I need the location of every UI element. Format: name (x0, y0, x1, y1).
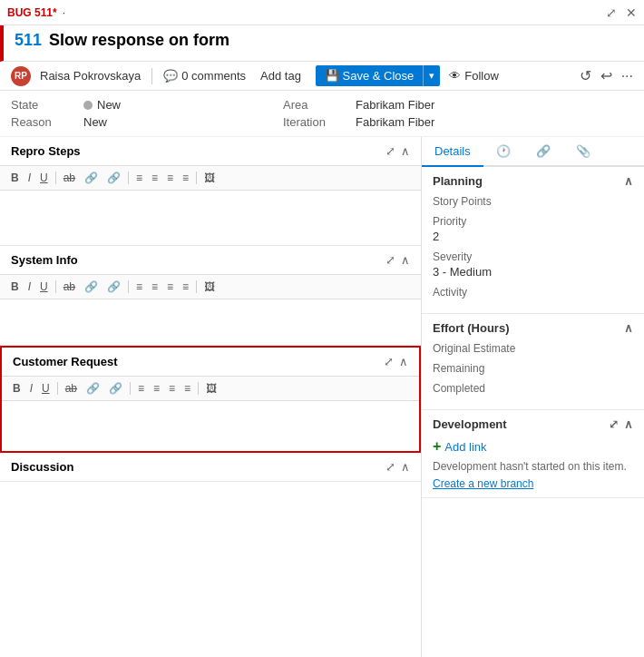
follow-button[interactable]: 👁 Follow (449, 69, 499, 83)
save-close-text: Save & Close (343, 69, 415, 83)
system-info-collapse-icon[interactable]: ∧ (401, 253, 410, 267)
sysinfo-link-btn[interactable]: 🔗 (81, 279, 102, 295)
state-dot (83, 101, 93, 110)
remaining-label: Remaining (433, 362, 633, 375)
expand-window-icon[interactable]: ⤢ (606, 5, 617, 20)
custreq-link2-btn[interactable]: 🔗 (105, 380, 126, 397)
comment-icon: 💬 (163, 69, 178, 83)
customer-request-collapse-icon[interactable]: ∧ (399, 355, 408, 368)
system-info-header[interactable]: System Info ⤢ ∧ (0, 246, 421, 274)
sysinfo-indent-btn[interactable]: ≡ (163, 279, 177, 295)
repro-image-btn[interactable]: 🖼 (200, 170, 219, 186)
add-link-button[interactable]: + Add link (433, 438, 633, 455)
state-label: State (11, 98, 83, 112)
tab-attachments[interactable]: 📎 (563, 137, 603, 167)
refresh-button[interactable]: ↺ (580, 67, 591, 84)
tab-links[interactable]: 🔗 (523, 137, 563, 167)
toolbar-separator-1 (151, 68, 152, 84)
custreq-list-btn[interactable]: ≡ (134, 380, 148, 397)
repro-indent-btn[interactable]: ≡ (163, 170, 177, 186)
planning-controls: ∧ (624, 174, 633, 188)
repro-link2-btn[interactable]: 🔗 (103, 170, 124, 186)
tab-history[interactable]: 🕐 (483, 137, 523, 167)
main-content: Repro Steps ⤢ ∧ B I U ab 🔗 🔗 ≡ ≡ ≡ ≡ (0, 137, 644, 657)
custreq-strikethrough-btn[interactable]: ab (62, 380, 81, 397)
custreq-list2-btn[interactable]: ≡ (150, 380, 163, 397)
custreq-link-btn[interactable]: 🔗 (83, 380, 103, 397)
custreq-indent-btn[interactable]: ≡ (165, 380, 179, 397)
remaining-field: Remaining (433, 362, 633, 375)
save-icon: 💾 (325, 69, 339, 83)
tab-details[interactable]: Details (422, 137, 483, 167)
completed-field: Completed (433, 382, 633, 395)
customer-request-editor-area[interactable] (2, 401, 419, 451)
development-section: Development ⤢ ∧ + Add link Development h… (422, 410, 644, 498)
priority-value: 2 (433, 230, 633, 243)
create-branch-link[interactable]: Create a new branch (433, 477, 533, 490)
bug-icon: BUG 511* (7, 6, 57, 19)
reason-label: Reason (11, 115, 83, 129)
custreq-italic-btn[interactable]: I (26, 380, 36, 397)
left-panel: Repro Steps ⤢ ∧ B I U ab 🔗 🔗 ≡ ≡ ≡ ≡ (0, 137, 422, 657)
system-info-editor-area[interactable] (0, 299, 421, 345)
save-close-button[interactable]: 💾 Save & Close ▾ (316, 65, 440, 86)
discussion-title: Discussion (11, 460, 73, 474)
work-item-id: 511 (15, 31, 42, 50)
repro-steps-expand-icon[interactable]: ⤢ (385, 144, 395, 158)
sysinfo-italic-btn[interactable]: I (24, 279, 34, 295)
sysinfo-bold-btn[interactable]: B (7, 279, 23, 295)
undo-button[interactable]: ↩ (600, 67, 612, 84)
discussion-collapse-icon[interactable]: ∧ (401, 460, 410, 474)
planning-collapse-icon[interactable]: ∧ (624, 174, 633, 188)
repro-italic-btn[interactable]: I (24, 170, 34, 186)
discussion-header[interactable]: Discussion ⤢ ∧ (0, 453, 421, 481)
reason-value: New (83, 115, 283, 129)
add-link-label: Add link (444, 440, 486, 454)
repro-steps-editor-area[interactable] (0, 191, 421, 245)
system-info-expand-icon[interactable]: ⤢ (385, 253, 395, 267)
comments-button[interactable]: 💬 0 comments (163, 69, 246, 83)
add-tag-button[interactable]: Add tag (255, 67, 307, 84)
sysinfo-link2-btn[interactable]: 🔗 (103, 279, 124, 295)
repro-outdent-btn[interactable]: ≡ (179, 170, 192, 186)
development-expand-icon[interactable]: ⤢ (609, 417, 619, 431)
custreq-image-btn[interactable]: 🖼 (202, 380, 220, 397)
sysinfo-list-btn[interactable]: ≡ (132, 279, 146, 295)
customer-request-expand-icon[interactable]: ⤢ (384, 355, 394, 368)
repro-list2-btn[interactable]: ≡ (148, 170, 161, 186)
iteration-value: Fabrikam Fiber (356, 115, 633, 129)
custreq-underline-btn[interactable]: U (38, 380, 54, 397)
sysinfo-list2-btn[interactable]: ≡ (148, 279, 161, 295)
repro-list-btn[interactable]: ≡ (132, 170, 146, 186)
repro-underline-btn[interactable]: U (36, 170, 52, 186)
title-bar-right: ⤢ ✕ (606, 5, 637, 20)
effort-controls: ∧ (624, 321, 633, 335)
follow-icon: 👁 (449, 69, 461, 83)
effort-collapse-icon[interactable]: ∧ (624, 321, 633, 335)
area-label: Area (283, 98, 356, 112)
sysinfo-outdent-btn[interactable]: ≡ (179, 279, 192, 295)
development-collapse-icon[interactable]: ∧ (624, 417, 633, 431)
more-options-button[interactable]: ··· (621, 68, 633, 84)
custreq-bold-btn[interactable]: B (9, 380, 24, 397)
state-value[interactable]: New (83, 98, 283, 112)
state-text: New (97, 98, 121, 112)
sysinfo-strikethrough-btn[interactable]: ab (60, 279, 79, 295)
repro-steps-editor-toolbar: B I U ab 🔗 🔗 ≡ ≡ ≡ ≡ 🖼 (0, 165, 421, 191)
customer-request-header[interactable]: Customer Request ⤢ ∧ (2, 348, 419, 376)
repro-steps-header[interactable]: Repro Steps ⤢ ∧ (0, 137, 421, 165)
planning-header: Planning ∧ (433, 174, 633, 188)
repro-bold-btn[interactable]: B (7, 170, 23, 186)
close-window-icon[interactable]: ✕ (626, 5, 637, 20)
discussion-expand-icon[interactable]: ⤢ (385, 460, 395, 474)
repro-link-btn[interactable]: 🔗 (81, 170, 102, 186)
sysinfo-underline-btn[interactable]: U (36, 279, 52, 295)
repro-strikethrough-btn[interactable]: ab (60, 170, 79, 186)
discussion-controls: ⤢ ∧ (385, 460, 410, 474)
toolbar-row: RP Raisa Pokrovskaya 💬 0 comments Add ta… (0, 62, 644, 91)
save-close-dropdown-arrow[interactable]: ▾ (424, 66, 440, 85)
effort-section: Effort (Hours) ∧ Original Estimate Remai… (422, 314, 644, 410)
sysinfo-image-btn[interactable]: 🖼 (200, 279, 219, 295)
repro-steps-collapse-icon[interactable]: ∧ (401, 144, 410, 158)
custreq-outdent-btn[interactable]: ≡ (181, 380, 194, 397)
